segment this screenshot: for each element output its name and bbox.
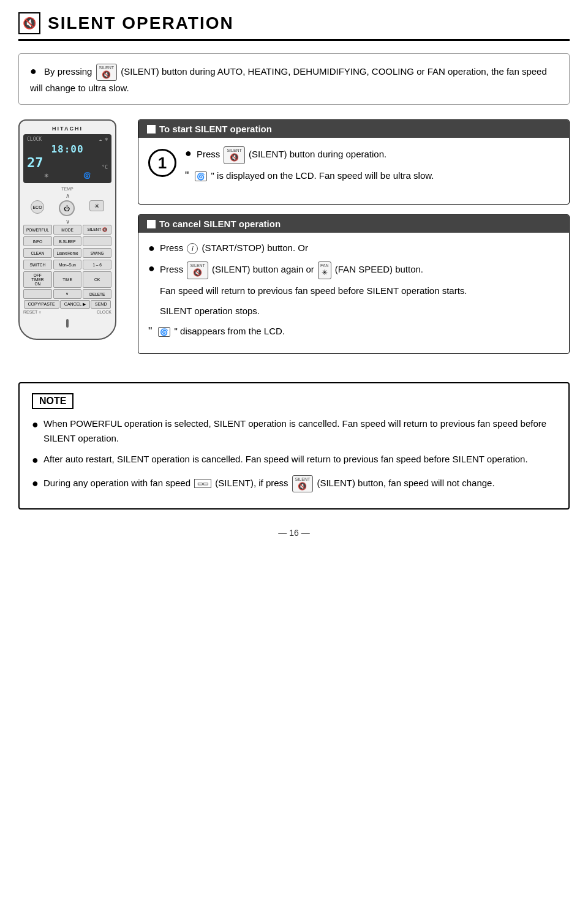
cbullet2: ● <box>148 260 155 277</box>
powerful-button[interactable]: POWERFUL <box>23 225 52 235</box>
clock-label: CLOCK <box>27 137 42 142</box>
remote-display-row1: CLOCK ☁ ❄ <box>27 137 108 142</box>
mode-button[interactable]: MODE <box>53 225 82 235</box>
eco-button[interactable]: ECO <box>31 200 44 214</box>
cancel-step-1: ● Press i (START/STOP) button. Or <box>148 241 559 257</box>
eco-label: ECO <box>32 205 42 209</box>
info-button[interactable]: INFO <box>23 236 52 246</box>
note-text3: During any operation with fan speed ▭▭ (… <box>43 475 495 493</box>
mid-btn-grid3: SWITCH Mon–Sun 1 – 6 <box>23 260 111 269</box>
cancel-step-5: " 🌀 " disappears from the LCD. <box>148 325 559 340</box>
note-item-2: ● After auto restart, SILENT operation i… <box>32 452 556 469</box>
main-content: HITACHI CLOCK ☁ ❄ 18:00 27 °C ❄ 🌀 TEMP <box>18 119 570 363</box>
step-number: 1 <box>158 154 167 173</box>
ic-label: °C <box>102 165 108 170</box>
step-1-content: ● Press SILENT 🔇 (SILENT) button during … <box>185 146 559 189</box>
fan-lbl: FAN <box>320 263 329 268</box>
temp-display: 27 °C <box>27 155 108 170</box>
bottom-strip: RESET ○ CLOCK <box>23 310 111 315</box>
note-list: ● When POWERFUL operation is selected, S… <box>32 416 556 492</box>
time-button[interactable]: TIME <box>53 271 82 288</box>
off-time-on-button[interactable]: OFFTIMERON <box>23 271 52 288</box>
cancel-step-2: ● Press SILENT 🔇 (SILENT) button again o… <box>148 261 559 279</box>
page-title: SILENT OPERATION <box>48 13 234 33</box>
fan-speed-icon: ▭▭ <box>194 479 211 488</box>
cancel-step4-text: SILENT operation stops. <box>160 304 260 318</box>
mon-sun-button[interactable]: Mon–Sun <box>53 260 82 269</box>
send-row: COPY/PASTE CANCEL ▶ SEND <box>23 300 111 309</box>
cancel-step2-text: Press SILENT 🔇 (SILENT) button again or … <box>160 261 423 279</box>
header-icon: 🔇 <box>18 12 40 34</box>
bottom-btn-row1: OFFTIMERON TIME OK <box>23 271 111 288</box>
step2-text: 🌀 " is displayed on the LCD. Fan speed w… <box>194 169 434 183</box>
start-stop-button: i <box>187 243 198 254</box>
step-row-1: 1 ● Press SILENT 🔇 <box>148 146 559 189</box>
silent-ico: 🔇 <box>230 153 239 163</box>
fan-button[interactable]: ✳ <box>89 200 104 211</box>
note-item-3: ● During any operation with fan speed ▭▭… <box>32 475 556 493</box>
bullet-dot: ● <box>30 65 37 77</box>
start-section-header: To start SILENT operation <box>138 120 569 138</box>
1-6-button[interactable]: 1 – 6 <box>83 260 111 269</box>
cquote: " <box>148 323 152 340</box>
page-header: 🔇 SILENT OPERATION <box>18 12 570 41</box>
leavehome-button[interactable]: LeaveHome <box>53 248 82 258</box>
temp-label: TEMP <box>23 187 111 191</box>
arrow-down-btn[interactable]: ∨ <box>53 289 82 299</box>
silent-button-intro: SILENT 🔇 <box>96 64 118 81</box>
empty1 <box>83 236 111 246</box>
page-number: — 16 — <box>18 528 570 538</box>
start-section-box: To start SILENT operation 1 ● Press <box>138 119 570 205</box>
cancel-button[interactable]: CANCEL ▶ <box>60 300 90 309</box>
intro-box: ● By pressing SILENT 🔇 (SILENT) button d… <box>18 53 570 105</box>
silent-ico3: 🔇 <box>298 482 307 492</box>
antenna <box>23 319 111 329</box>
cancel-step-4: ● SILENT operation stops. <box>148 304 559 320</box>
top-btn-grid: POWERFUL MODE SILENT 🔇 <box>23 225 111 235</box>
silent-lbl2: SILENT <box>190 263 205 268</box>
cancel-step3-text: Fan speed will return to previous fan sp… <box>160 284 467 298</box>
fan-icon: ✳ <box>94 203 99 209</box>
intro-text-before: By pressing <box>44 66 92 77</box>
remote-container: HITACHI CLOCK ☁ ❄ 18:00 27 °C ❄ 🌀 TEMP <box>18 119 126 363</box>
bsleep-button[interactable]: B.SLEEP <box>53 236 82 246</box>
display-icons: ☁ ❄ <box>99 137 108 142</box>
silent-button[interactable]: SILENT 🔇 <box>83 225 111 235</box>
note-bullet1: ● <box>32 416 39 434</box>
fan-ico: ✳ <box>322 268 328 278</box>
silent-btn-cancel: SILENT 🔇 <box>187 261 208 279</box>
down-arrow[interactable]: ∨ <box>23 218 111 225</box>
remote-brand: HITACHI <box>23 126 111 132</box>
start-section-title: To start SILENT operation <box>159 124 272 134</box>
silent-label: SILENT <box>99 65 115 70</box>
note-text1: When POWERFUL operation is selected, SIL… <box>43 416 556 446</box>
note-label: NOTE <box>32 393 74 409</box>
remote-display: CLOCK ☁ ❄ 18:00 27 °C ❄ 🌀 <box>23 134 111 183</box>
swing-button[interactable]: SWING <box>83 248 111 258</box>
start-step-2: " 🌀 " is displayed on the LCD. Fan speed… <box>185 169 559 184</box>
switch-button[interactable]: SWITCH <box>23 260 52 269</box>
send-button[interactable]: SEND <box>91 300 111 309</box>
clock-display: 18:00 <box>27 143 108 155</box>
delete-button[interactable]: DELETE <box>83 289 111 299</box>
cancel-section-title: To cancel SILENT operation <box>159 219 281 229</box>
power-icon: ⏻ <box>64 205 70 212</box>
cbullet1: ● <box>148 240 155 257</box>
cancel-section-box: To cancel SILENT operation ● Press i (ST… <box>138 214 570 354</box>
clean-button[interactable]: CLEAN <box>23 248 52 258</box>
note-box: NOTE ● When POWERFUL operation is select… <box>18 382 570 510</box>
display-icons-row: ❄ 🌀 <box>27 172 108 179</box>
start-step-1: ● Press SILENT 🔇 (SILENT) button during … <box>185 146 559 164</box>
note-item-1: ● When POWERFUL operation is selected, S… <box>32 416 556 446</box>
copypaste-button[interactable]: COPY/PASTE <box>24 300 59 309</box>
note-bullet3: ● <box>32 475 39 492</box>
power-button[interactable]: ⏻ <box>59 200 75 216</box>
up-arrow[interactable]: ∧ <box>23 192 111 199</box>
temp-num: 27 <box>27 155 43 170</box>
note-text2: After auto restart, SILENT operation is … <box>43 452 528 467</box>
cancel-step1-text: Press i (START/STOP) button. Or <box>160 241 308 255</box>
ok-button[interactable]: OK <box>83 271 111 288</box>
step-1-circle: 1 <box>148 149 176 177</box>
lcd-icon1: 🌀 <box>195 171 207 181</box>
remote-control: HITACHI CLOCK ☁ ❄ 18:00 27 °C ❄ 🌀 TEMP <box>18 119 116 340</box>
